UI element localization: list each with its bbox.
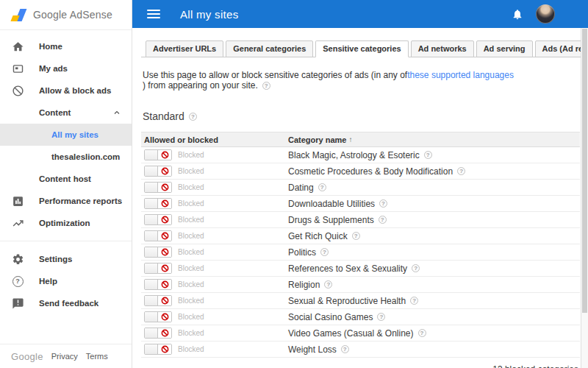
column-category-name[interactable]: Category name ↑ (288, 135, 580, 144)
privacy-link[interactable]: Privacy (51, 352, 78, 361)
block-toggle[interactable] (144, 149, 172, 160)
sidebar-item-settings[interactable]: Settings (0, 248, 132, 270)
avatar[interactable] (536, 4, 555, 24)
sidebar-item-performance-reports[interactable]: Performance reports (0, 190, 132, 212)
help-icon[interactable]: ? (410, 297, 418, 305)
help-icon[interactable]: ? (379, 199, 387, 208)
blocked-icon (161, 248, 169, 256)
block-toggle[interactable] (144, 182, 172, 193)
help-icon[interactable]: ? (377, 313, 385, 321)
sort-ascending-icon: ↑ (348, 135, 352, 144)
block-toggle[interactable] (144, 198, 172, 209)
block-toggle[interactable] (144, 328, 172, 339)
help-icon[interactable]: ? (262, 82, 270, 90)
table-row: Blocked Downloadable Utilities? (141, 196, 580, 212)
blocked-icon (161, 313, 169, 321)
block-toggle[interactable] (144, 247, 172, 258)
category-name: References to Sex & Sexuality (288, 263, 407, 274)
status-label: Blocked (178, 297, 204, 305)
chevron-up-icon (112, 108, 121, 117)
home-icon (11, 40, 24, 53)
supported-languages-link[interactable]: these supported languages (407, 70, 514, 80)
status-label: Blocked (178, 264, 204, 272)
help-icon[interactable]: ? (457, 167, 465, 175)
status-label: Blocked (178, 313, 204, 321)
tab-ad-serving[interactable]: Ad serving (476, 40, 533, 57)
blocked-icon (161, 151, 169, 159)
help-icon[interactable]: ? (424, 151, 432, 159)
intro-text: Use this page to allow or block sensitiv… (143, 70, 579, 91)
block-toggle[interactable] (144, 344, 172, 355)
table-row: Blocked Black Magic, Astrology & Esoteri… (141, 147, 580, 163)
block-toggle[interactable] (144, 279, 172, 290)
block-toggle[interactable] (144, 311, 172, 322)
blocked-icon (161, 183, 169, 191)
sidebar-item-content-host[interactable]: Content host (0, 168, 132, 190)
content: Advertiser URLs General categories Sensi… (132, 28, 581, 368)
sidebar-item-all-my-sites[interactable]: All my sites (0, 124, 132, 146)
sidebar-divider (0, 241, 132, 241)
tab-ad-networks[interactable]: Ad networks (411, 40, 474, 57)
adsense-logo-text: Google AdSense (33, 9, 112, 21)
tab-sensitive-categories[interactable]: Sensitive categories (315, 40, 408, 57)
google-wordmark: Google (11, 351, 43, 362)
sidebar-footer: Google Privacy Terms (0, 344, 132, 368)
status-label: Blocked (178, 232, 204, 240)
bar-chart-icon (11, 194, 24, 208)
bell-icon[interactable] (512, 8, 523, 21)
table-row: Blocked Politics? (141, 244, 580, 261)
help-icon: ? (11, 275, 24, 288)
column-allowed-or-blocked: Allowed or blocked (144, 135, 288, 144)
sidebar-item-send-feedback[interactable]: Send feedback (0, 292, 132, 314)
table-row: Blocked Sexual & Reproductive Health? (141, 293, 580, 309)
block-toggle[interactable] (144, 263, 172, 274)
block-toggle[interactable] (144, 295, 172, 306)
sidebar-item-thesaleslion[interactable]: thesaleslion.com (0, 146, 132, 168)
help-icon[interactable]: ? (189, 113, 197, 121)
adsense-logo-icon (11, 9, 26, 21)
help-icon[interactable]: ? (379, 216, 387, 224)
category-name: Religion (288, 280, 320, 290)
help-icon[interactable]: ? (412, 264, 420, 272)
scrollbar-track[interactable] (581, 28, 588, 368)
block-toggle[interactable] (144, 230, 172, 241)
table-row: Blocked Dating? (141, 180, 580, 196)
help-icon[interactable]: ? (341, 345, 349, 353)
gear-icon (11, 252, 24, 266)
help-icon[interactable]: ? (318, 183, 326, 191)
category-name: Video Games (Casual & Online) (288, 328, 414, 339)
table-row: Blocked Drugs & Supplements? (141, 212, 580, 228)
help-icon[interactable]: ? (418, 329, 426, 337)
hamburger-icon[interactable] (147, 10, 160, 18)
terms-link[interactable]: Terms (86, 352, 108, 361)
blocked-icon (161, 199, 169, 208)
category-name: Drugs & Supplements (288, 215, 374, 225)
status-label: Blocked (178, 329, 204, 337)
sidebar-item-my-ads[interactable]: My ads (0, 57, 132, 79)
blocked-count: 13 blocked categories (141, 358, 580, 368)
table-header: Allowed or blocked Category name ↑ (141, 132, 580, 147)
help-icon[interactable]: ? (324, 280, 332, 289)
status-label: Blocked (178, 199, 204, 208)
sidebar-item-content[interactable]: Content (0, 102, 132, 124)
sidebar: Google AdSense Home My ads Allow & block… (0, 0, 132, 368)
status-label: Blocked (178, 280, 204, 289)
tab-general-categories[interactable]: General categories (226, 40, 313, 57)
sidebar-item-allow-block-ads[interactable]: Allow & block ads (0, 79, 132, 102)
sidebar-item-home[interactable]: Home (0, 35, 132, 57)
help-icon[interactable]: ? (320, 248, 329, 256)
scrollbar-thumb[interactable] (582, 29, 587, 313)
block-toggle[interactable] (144, 166, 172, 177)
blocked-icon (161, 216, 169, 224)
tab-advertiser-urls[interactable]: Advertiser URLs (146, 40, 223, 57)
sidebar-item-help[interactable]: ? Help (0, 270, 132, 292)
block-toggle[interactable] (144, 214, 172, 225)
status-label: Blocked (178, 183, 204, 191)
sidebar-item-optimization[interactable]: Optimization (0, 212, 132, 234)
adsense-app: Google AdSense Home My ads Allow & block… (0, 0, 588, 368)
help-icon[interactable]: ? (352, 232, 360, 240)
table-row: Blocked Video Games (Casual & Online)? (141, 325, 580, 342)
blocked-icon (161, 264, 169, 272)
table-row: Blocked Get Rich Quick? (141, 228, 580, 244)
page-title: All my sites (180, 8, 238, 21)
